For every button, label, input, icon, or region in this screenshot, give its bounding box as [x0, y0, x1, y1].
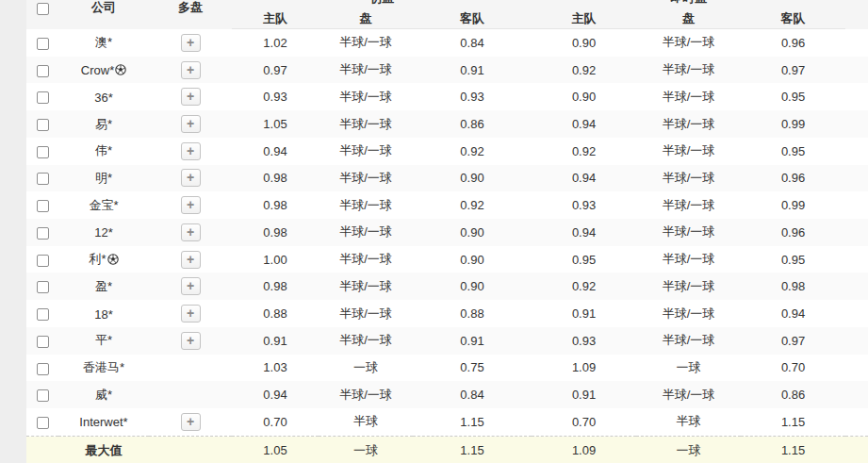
row-checkbox[interactable] [37, 363, 49, 375]
row-checkbox[interactable] [37, 173, 49, 185]
away-odds-cell-2: 0.99 [741, 110, 845, 138]
company-name[interactable]: 明* [95, 171, 112, 185]
handicap-cell-1: 半球/一球 [319, 191, 413, 219]
table-row: Interwet*+0.70半球1.150.70半球1.15 [26, 408, 868, 436]
table-row: 明*+0.98半球/一球0.900.94半球/一球0.96 [26, 165, 868, 192]
company-name[interactable]: 威* [95, 388, 112, 402]
company-cell: 12* [58, 219, 149, 246]
multi-odds-column-header: 多盘 [149, 0, 232, 29]
max-handicap-2: 一球 [636, 436, 741, 463]
away-odds-cell-2: 0.94 [741, 300, 845, 327]
table-row: 金宝*+0.98半球/一球0.920.93半球/一球0.99 [26, 191, 868, 219]
company-cell: 盈* [58, 273, 149, 300]
expand-odds-button[interactable]: + [181, 251, 201, 269]
multi-odds-cell: + [149, 273, 232, 300]
filler-cell [845, 165, 868, 192]
handicap-cell-1: 半球/一球 [319, 300, 413, 327]
row-checkbox[interactable] [37, 146, 49, 158]
company-column-header: 公司 [58, 0, 149, 29]
company-name[interactable]: 利* [89, 252, 106, 266]
company-name[interactable]: 12* [94, 225, 113, 240]
max-value-label: 最大值 [58, 436, 149, 463]
handicap-subheader-1: 盘 [319, 9, 413, 29]
expand-odds-button[interactable]: + [181, 413, 201, 431]
home-odds-cell-1: 0.98 [232, 165, 319, 192]
select-all-checkbox[interactable] [37, 3, 49, 15]
company-name[interactable]: 36* [94, 91, 113, 105]
company-cell: 平* [58, 327, 149, 355]
group-header-row: 公司 多盘 初盘 即时盘 [26, 0, 868, 9]
company-name[interactable]: 盈* [95, 279, 112, 293]
expand-odds-button[interactable]: + [181, 196, 201, 214]
company-name[interactable]: 澳* [95, 35, 112, 49]
multi-odds-cell: + [149, 165, 232, 192]
handicap-cell-1: 一球 [319, 355, 413, 382]
row-checkbox[interactable] [37, 336, 49, 348]
away-odds-cell-2: 0.97 [741, 327, 845, 355]
away-odds-cell-1: 0.88 [413, 300, 532, 327]
max-away-odds-2: 1.15 [741, 436, 845, 463]
away-odds-cell-1: 0.75 [413, 355, 532, 382]
multi-odds-cell: + [149, 57, 232, 84]
handicap-cell-1: 半球/一球 [319, 165, 413, 192]
table-row: 易*+1.05半球/一球0.860.94半球/一球0.99 [26, 110, 868, 138]
row-checkbox[interactable] [37, 255, 49, 267]
home-odds-cell-1: 1.00 [232, 246, 319, 273]
company-name[interactable]: Crow* [81, 63, 114, 77]
handicap-cell-2: 半球/一球 [636, 219, 741, 246]
row-checkbox[interactable] [37, 227, 49, 240]
expand-odds-button[interactable]: + [181, 115, 201, 133]
handicap-cell-2: 半球/一球 [636, 57, 741, 84]
row-checkbox[interactable] [37, 65, 49, 77]
home-odds-cell-1: 0.94 [232, 138, 319, 165]
table-footer: 最大值 1.05 一球 1.15 1.09 一球 1.15 [26, 436, 868, 463]
company-cell: Interwet* [58, 408, 149, 436]
home-odds-cell-2: 0.92 [532, 57, 636, 84]
home-odds-cell-1: 0.97 [232, 57, 319, 84]
expand-odds-button[interactable]: + [181, 169, 201, 187]
home-odds-cell-2: 0.90 [532, 29, 636, 57]
expand-odds-button[interactable]: + [181, 88, 201, 106]
max-away-odds-1: 1.15 [413, 436, 532, 463]
row-checkbox[interactable] [37, 308, 49, 321]
expand-odds-button[interactable]: + [181, 305, 201, 322]
row-checkbox[interactable] [37, 119, 49, 131]
expand-odds-button[interactable]: + [181, 34, 201, 52]
expand-odds-button[interactable]: + [181, 61, 201, 79]
filler-header [845, 0, 868, 29]
left-gutter [0, 0, 26, 463]
company-name[interactable]: 平* [95, 333, 112, 347]
home-odds-cell-2: 0.93 [532, 191, 636, 219]
company-name[interactable]: 金宝* [89, 198, 118, 212]
soccer-ball-icon [107, 254, 119, 265]
multi-odds-cell: + [149, 29, 232, 57]
expand-odds-button[interactable]: + [181, 332, 201, 350]
company-name[interactable]: 易* [95, 117, 112, 131]
away-odds-cell-2: 1.15 [741, 408, 845, 436]
filler-cell [845, 246, 868, 273]
row-checkbox[interactable] [37, 200, 49, 212]
company-name[interactable]: 伟* [95, 143, 112, 157]
checkbox-cell [26, 138, 58, 165]
filler-cell [845, 273, 868, 300]
row-checkbox[interactable] [37, 38, 49, 50]
away-odds-cell-1: 0.90 [413, 246, 532, 273]
company-name[interactable]: 香港马* [83, 360, 124, 374]
company-name[interactable]: 18* [94, 307, 113, 322]
checkbox-cell [26, 300, 58, 327]
row-checkbox[interactable] [37, 91, 49, 104]
row-checkbox[interactable] [37, 389, 49, 402]
handicap-cell-1: 半球/一球 [319, 29, 413, 57]
away-odds-cell-1: 0.90 [413, 219, 532, 246]
expand-odds-button[interactable]: + [181, 277, 201, 295]
company-name[interactable]: Interwet* [79, 415, 127, 429]
row-checkbox[interactable] [37, 417, 49, 429]
max-home-odds-2: 1.09 [532, 436, 636, 463]
expand-odds-button[interactable]: + [181, 223, 201, 241]
filler-cell [845, 408, 868, 436]
away-odds-cell-1: 0.93 [413, 83, 532, 110]
expand-odds-button[interactable]: + [181, 142, 201, 160]
row-checkbox[interactable] [37, 281, 49, 293]
company-cell: 明* [58, 165, 149, 192]
away-odds-cell-2: 0.70 [741, 355, 845, 382]
